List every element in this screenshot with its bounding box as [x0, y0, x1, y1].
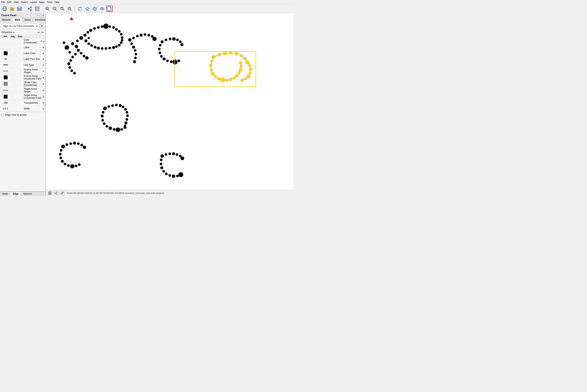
canvas-area[interactable]: FEATURE-BASED-MOLECULAR-NETWORKING-52a39… — [46, 13, 294, 196]
panel-float-icon[interactable]: □ — [40, 14, 41, 17]
prop-label-color[interactable]: Label Color ◀ — [0, 50, 46, 56]
control-panel: Control Panel – □ ✕ Network Style Select… — [0, 13, 46, 196]
prop-label-fontsize-arrow[interactable]: ◀ — [43, 58, 44, 60]
prop-color-name: Color (Unselected) — [24, 38, 41, 44]
tab-select[interactable]: Select — [22, 18, 33, 22]
save-button[interactable] — [16, 6, 23, 12]
menu-select[interactable]: Select — [21, 1, 28, 4]
svg-point-122 — [101, 47, 104, 50]
prop-source-arrow-shape[interactable]: None Source Arrow Shape ◀ — [0, 68, 46, 74]
menu-view[interactable]: View — [14, 1, 19, 4]
svg-point-90 — [79, 36, 83, 40]
prop-line-type[interactable]: Line Type ◀ — [0, 62, 46, 68]
svg-point-126 — [115, 45, 118, 48]
target-arrow-paint-swatch[interactable] — [4, 95, 8, 98]
prop-label-color-arrow[interactable]: ◀ — [43, 52, 44, 54]
table-button[interactable] — [34, 6, 40, 12]
prop-width-arrow[interactable]: ◀ — [43, 108, 44, 110]
menu-layout[interactable]: Layout — [30, 1, 37, 4]
properties-expand-icon[interactable]: ≫ — [41, 31, 44, 34]
menu-file[interactable]: File — [1, 1, 5, 4]
label-color-swatch[interactable] — [4, 51, 8, 55]
properties-label[interactable]: Properties ▼ — [2, 31, 15, 34]
width-num: 1.0 — [3, 107, 6, 110]
svg-rect-4 — [18, 7, 21, 8]
prop-target-arrow-paint-arrow[interactable]: ◀ — [43, 96, 44, 98]
svg-line-10 — [29, 9, 31, 10]
bottom-tab-network[interactable]: Network — [21, 192, 35, 196]
source-arrow-paint-swatch[interactable] — [4, 76, 8, 79]
svg-line-357 — [56, 193, 57, 194]
col-headers: Def. Map. Byp. — [0, 35, 46, 38]
menu-help[interactable]: Help — [55, 1, 60, 4]
edge-color-label[interactable]: Edge color to arrows — [5, 114, 27, 116]
menu-apps[interactable]: Apps — [39, 1, 44, 4]
edge-color-checkbox[interactable] — [2, 114, 4, 116]
prop-line-type-arrow[interactable]: ◀ — [43, 64, 44, 66]
prop-label[interactable]: Label ◀ — [0, 44, 46, 50]
prop-label-color-name: Label Color — [24, 52, 42, 55]
home-button[interactable] — [84, 6, 91, 12]
toolbar — [0, 4, 294, 13]
property-list: Color (Unselected) ℹ ◀ Label ◀ Label Col… — [0, 38, 46, 112]
properties-dropdown-icon[interactable]: ▼ — [13, 31, 15, 34]
menu-tools[interactable]: Tools — [47, 1, 52, 4]
zoom-in-button[interactable] — [44, 6, 51, 12]
prop-stroke-color[interactable]: Stroke Color (Unselected) ◀ — [0, 81, 46, 87]
prop-width[interactable]: 1.0 ⇕ Width ◀ — [0, 106, 46, 112]
menu-edit[interactable]: Edit — [7, 1, 11, 4]
tab-network[interactable]: Network — [0, 18, 13, 22]
properties-collapse-icon[interactable]: ≪ — [37, 31, 40, 34]
svg-point-101 — [112, 26, 115, 29]
grid-button[interactable] — [48, 191, 52, 196]
svg-point-113 — [70, 70, 73, 72]
prop-target-arrow-paint[interactable]: Target Arrow Unselected Paint ◀ — [0, 94, 46, 100]
prop-transparency-arrow[interactable]: ◀ — [43, 102, 44, 104]
zoom-out-button[interactable] — [52, 6, 58, 12]
stroke-color-swatch[interactable] — [4, 82, 8, 86]
prop-color-arrow[interactable]: ◀ — [43, 40, 44, 42]
zoom-fit-button[interactable] — [59, 6, 65, 12]
style-menu-button[interactable]: ≡ — [40, 24, 44, 28]
prop-source-arrow-paint[interactable]: Source Arrow Unselected Paint ◀ — [0, 74, 46, 81]
style-select[interactable]: High vs Low Plant consumers — [2, 24, 38, 28]
zoom-selected-button[interactable] — [67, 6, 73, 12]
prop-source-arrow-paint-arrow[interactable]: ◀ — [43, 76, 44, 78]
share-small-button[interactable] — [54, 191, 58, 196]
prop-target-arrow-shape-arrow[interactable]: ◀ — [43, 89, 44, 92]
menubar: File Edit View Select Layout Apps Tools … — [0, 0, 294, 4]
prop-stroke-color-arrow[interactable]: ◀ — [43, 83, 44, 85]
svg-marker-29 — [86, 7, 89, 10]
cluster-bottom-left — [59, 142, 86, 168]
svg-point-255 — [162, 170, 165, 173]
prop-label-fontsize[interactable]: 10 Label Font Size ◀ — [0, 56, 46, 62]
prop-target-arrow-shape[interactable]: None Target Arrow Shape ◀ — [0, 87, 46, 94]
svg-point-111 — [67, 62, 71, 65]
svg-point-112 — [69, 66, 71, 69]
share-button[interactable] — [27, 6, 33, 12]
prop-transparency[interactable]: 200 Transparency ◀ — [0, 100, 46, 106]
prop-color-unselected[interactable]: Color (Unselected) ℹ ◀ — [0, 38, 46, 44]
svg-point-155 — [133, 60, 136, 64]
tab-style[interactable]: Style — [13, 18, 22, 22]
eye-button[interactable] — [99, 6, 105, 12]
prop-source-arrow-shape-arrow[interactable]: ◀ — [43, 70, 44, 72]
edit-button[interactable] — [60, 191, 65, 196]
style-dropdown-row: High vs Low Plant consumers ≡ — [0, 22, 46, 30]
svg-point-178 — [107, 105, 110, 108]
panel-header-icons: – □ ✕ — [37, 14, 44, 17]
svg-point-180 — [115, 104, 118, 106]
bottom-tab-node[interactable]: Node — [0, 192, 11, 196]
prop-label-arrow[interactable]: ◀ — [43, 46, 44, 48]
refresh-button[interactable] — [77, 6, 83, 12]
filter-button[interactable] — [92, 6, 98, 12]
prop-source-arrow-shape-name: Source Arrow Shape — [24, 68, 42, 74]
info-icon[interactable]: ℹ — [41, 40, 42, 43]
panel-pin-icon[interactable]: – — [37, 14, 39, 17]
copy-layout-button[interactable] — [107, 6, 113, 12]
bottom-tab-edge[interactable]: Edge — [11, 192, 21, 196]
panel-close-icon[interactable]: ✕ — [42, 14, 44, 17]
open-button[interactable] — [9, 6, 15, 12]
transparency-num: 200 — [4, 102, 8, 104]
cytoscape-icon[interactable] — [2, 6, 8, 12]
